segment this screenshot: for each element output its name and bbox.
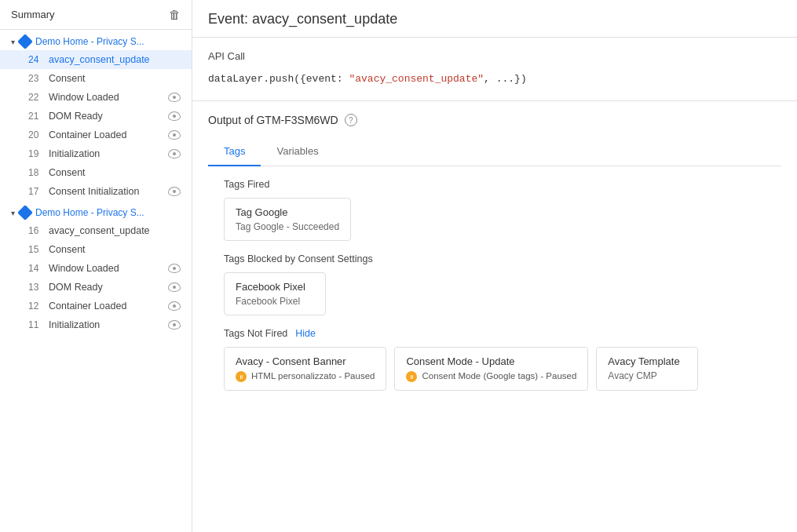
- main-content: Event: avacy_consent_update API Call dat…: [192, 0, 797, 532]
- card-tag-google-title: Tag Google: [236, 206, 339, 218]
- card-consent-mode-update[interactable]: Consent Mode - Update Consent Mode (Goog…: [394, 347, 588, 391]
- sidebar-item-22-label: Window Loaded: [49, 92, 163, 103]
- eye-icon-20: [168, 130, 181, 140]
- card-avacy-paused: HTML personalizzato - Paused: [236, 370, 375, 382]
- card-consent-mode-title: Consent Mode - Update: [406, 355, 576, 367]
- sidebar-item-14-num: 14: [28, 263, 44, 274]
- sidebar-item-24-label: avacy_consent_update: [49, 54, 181, 65]
- eye-icon-14: [168, 264, 181, 273]
- sidebar-item-20-num: 20: [28, 129, 44, 140]
- card-tag-google[interactable]: Tag Google Tag Google - Succeeded: [224, 198, 351, 241]
- sidebar-group-2-label: Demo Home - Privacy S...: [35, 207, 144, 218]
- tags-not-fired-list: Avacy - Consent Banner HTML personalizza…: [224, 347, 766, 391]
- sidebar-item-12-label: Container Loaded: [49, 301, 163, 312]
- chevron-down-icon-2: ▾: [11, 209, 15, 217]
- sidebar-group-1-items: 24 avacy_consent_update 23 Consent 22 Wi…: [0, 50, 192, 201]
- sidebar-item-24-num: 24: [28, 54, 44, 65]
- sidebar-item-15-num: 15: [28, 244, 44, 255]
- output-title: Output of GTM-F3SM6WD ?: [208, 114, 781, 126]
- sidebar-title: Summary: [11, 9, 55, 20]
- sidebar-item-22[interactable]: 22 Window Loaded: [0, 88, 192, 107]
- output-title-text: Output of GTM-F3SM6WD: [208, 114, 338, 126]
- main-header: Event: avacy_consent_update: [192, 0, 797, 38]
- eye-icon-12: [168, 301, 181, 311]
- sidebar-item-17-label: Consent Initialization: [49, 186, 163, 197]
- sidebar-item-17[interactable]: 17 Consent Initialization: [0, 182, 192, 201]
- tags-fired-title: Tags Fired: [224, 179, 766, 190]
- tags-not-fired-header: Tags Not Fired Hide: [224, 328, 766, 339]
- sidebar-item-13-label: DOM Ready: [49, 282, 163, 293]
- sidebar-item-21-label: DOM Ready: [49, 111, 163, 122]
- sidebar-item-12[interactable]: 12 Container Loaded: [0, 297, 192, 315]
- sidebar-item-11-num: 11: [28, 319, 44, 330]
- eye-icon-13: [168, 282, 181, 292]
- hide-button[interactable]: Hide: [295, 328, 316, 339]
- eye-icon-17: [168, 187, 181, 196]
- tab-variables[interactable]: Variables: [261, 137, 334, 166]
- cards-area: Tags Fired Tag Google Tag Google - Succe…: [208, 166, 781, 416]
- card-facebook-pixel-subtitle: Facebook Pixel: [236, 296, 314, 307]
- sidebar-item-20[interactable]: 20 Container Loaded: [0, 126, 192, 144]
- tags-blocked-title: Tags Blocked by Consent Settings: [224, 253, 766, 264]
- card-consent-mode-paused: Consent Mode (Google tags) - Paused: [406, 370, 576, 382]
- diamond-icon-1: [17, 34, 33, 49]
- sidebar-item-15-label: Consent: [49, 244, 181, 255]
- sidebar-item-23[interactable]: 23 Consent: [0, 69, 192, 88]
- sidebar-item-18[interactable]: 18 Consent: [0, 163, 192, 182]
- tags-blocked-list: Facebook Pixel Facebook Pixel: [224, 272, 766, 315]
- sidebar-item-17-num: 17: [28, 186, 44, 197]
- api-call-title: API Call: [208, 50, 781, 62]
- code-prefix: dataLayer.push({event:: [208, 73, 349, 85]
- sidebar-item-13[interactable]: 13 DOM Ready: [0, 278, 192, 297]
- card-avacy-template[interactable]: Avacy Template Avacy CMP: [596, 347, 698, 391]
- sidebar-group-2-items: 16 avacy_consent_update 15 Consent 14 Wi…: [0, 221, 192, 334]
- code-suffix: , ...}): [484, 73, 527, 85]
- card-avacy-template-subtitle: Avacy CMP: [608, 370, 686, 381]
- tags-fired-list: Tag Google Tag Google - Succeeded: [224, 198, 766, 241]
- sidebar-item-11[interactable]: 11 Initialization: [0, 315, 192, 334]
- eye-icon-11: [168, 320, 181, 330]
- sidebar-group-1-label: Demo Home - Privacy S...: [35, 36, 144, 47]
- card-avacy-consent-banner[interactable]: Avacy - Consent Banner HTML personalizza…: [224, 347, 386, 391]
- code-value: "avacy_consent_update": [349, 73, 484, 85]
- sidebar-item-16[interactable]: 16 avacy_consent_update: [0, 221, 192, 240]
- sidebar-item-21-num: 21: [28, 111, 44, 122]
- card-tag-google-subtitle: Tag Google - Succeeded: [236, 221, 339, 232]
- sidebar-item-19-label: Initialization: [49, 148, 163, 159]
- page-title: Event: avacy_consent_update: [208, 11, 781, 27]
- sidebar-item-23-label: Consent: [49, 73, 181, 84]
- diamond-icon-2: [17, 205, 33, 220]
- sidebar-item-19[interactable]: 19 Initialization: [0, 144, 192, 163]
- card-consent-mode-subtitle: Consent Mode (Google tags) - Paused: [422, 370, 576, 382]
- card-facebook-pixel[interactable]: Facebook Pixel Facebook Pixel: [224, 272, 326, 315]
- chevron-down-icon-1: ▾: [11, 38, 15, 46]
- sidebar-item-24[interactable]: 24 avacy_consent_update: [0, 50, 192, 69]
- sidebar-item-11-label: Initialization: [49, 319, 163, 330]
- help-icon[interactable]: ?: [345, 114, 357, 126]
- api-call-section: API Call dataLayer.push({event: "avacy_c…: [192, 38, 797, 101]
- sidebar-item-16-label: avacy_consent_update: [49, 225, 181, 236]
- tabs-bar: Tags Variables: [208, 137, 781, 166]
- eye-icon-22: [168, 93, 181, 102]
- output-section: Output of GTM-F3SM6WD ? Tags Variables T…: [192, 101, 797, 416]
- pause-icon-consent-mode: [406, 371, 417, 382]
- sidebar-item-22-num: 22: [28, 92, 44, 103]
- sidebar-item-13-num: 13: [28, 282, 44, 293]
- sidebar-header: Summary 🗑: [0, 0, 192, 30]
- sidebar-item-20-label: Container Loaded: [49, 129, 163, 140]
- sidebar-item-18-label: Consent: [49, 167, 181, 178]
- sidebar-group-1[interactable]: ▾ Demo Home - Privacy S...: [0, 30, 192, 50]
- sidebar-group-2[interactable]: ▾ Demo Home - Privacy S...: [0, 201, 192, 221]
- sidebar-item-15[interactable]: 15 Consent: [0, 240, 192, 259]
- trash-icon[interactable]: 🗑: [169, 8, 181, 21]
- sidebar-item-21[interactable]: 21 DOM Ready: [0, 107, 192, 126]
- card-facebook-pixel-title: Facebook Pixel: [236, 281, 314, 293]
- sidebar-item-14[interactable]: 14 Window Loaded: [0, 259, 192, 278]
- eye-icon-19: [168, 149, 181, 159]
- sidebar-item-16-num: 16: [28, 225, 44, 236]
- sidebar-item-23-num: 23: [28, 73, 44, 84]
- sidebar-item-19-num: 19: [28, 148, 44, 159]
- tab-tags[interactable]: Tags: [208, 137, 261, 166]
- sidebar: Summary 🗑 ▾ Demo Home - Privacy S... 24 …: [0, 0, 192, 532]
- tags-not-fired-title: Tags Not Fired: [224, 328, 287, 339]
